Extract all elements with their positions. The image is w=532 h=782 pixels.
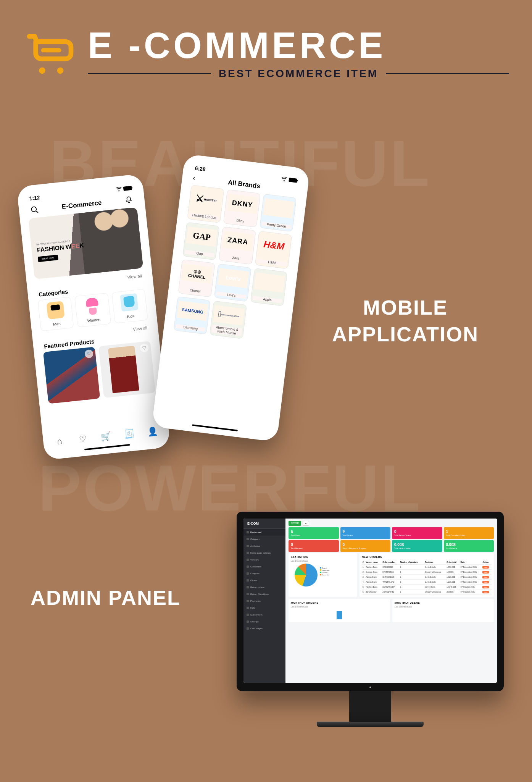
sidebar-item[interactable]: Settings	[243, 618, 285, 625]
brand-apple[interactable]: Apple	[250, 268, 288, 306]
cart-icon	[23, 27, 76, 80]
monthly-users-panel: MONTHLY USERS Last 6 Months Sales	[392, 599, 494, 622]
stat-card[interactable]: 0Payout Request in Progress	[340, 540, 391, 552]
sidebar-item[interactable]: Coupons	[243, 570, 285, 577]
doc-icon[interactable]: 🧾	[124, 429, 135, 440]
product-card[interactable]: ♡	[98, 341, 155, 398]
sidebar-item[interactable]: Attributes	[243, 543, 285, 549]
table-row[interactable]: 6Zara FashionASHGEYFBD1Gregory Villanuev…	[362, 590, 492, 595]
divider	[386, 73, 509, 74]
brand-abercrombie[interactable]: 𓃶Abercrombie &FitchAbercrombie & Fitch M…	[210, 301, 247, 339]
stat-card[interactable]: 9Total Orders	[340, 527, 391, 539]
stat-card[interactable]: 5Total Users	[289, 527, 339, 539]
profile-icon[interactable]: 👤	[147, 426, 158, 437]
admin-sidebar: E-COM DashboardCategoryAttributesHome pa…	[243, 519, 285, 683]
brand-hackett[interactable]: ⚔HACKETTHackett London	[187, 185, 224, 223]
sidebar-item[interactable]: CMS Pages	[243, 625, 285, 632]
time: 1:12	[29, 194, 40, 202]
svg-line-4	[36, 210, 38, 213]
shop-now-button[interactable]: SHOP NOW	[38, 255, 58, 262]
bar	[337, 611, 342, 619]
category-men[interactable]: Men	[38, 297, 74, 331]
category-women[interactable]: Women	[74, 293, 111, 328]
sidebar-item[interactable]: Dashboard	[243, 529, 285, 536]
sidebar-item[interactable]: Customers	[243, 563, 285, 570]
brand-samsung[interactable]: SAMSUNGSamsung	[173, 296, 211, 334]
stat-card[interactable]: 1Total Cancelled Orders	[444, 527, 494, 539]
brand-pretty-green[interactable]: Pretty Green	[260, 194, 297, 232]
svg-point-1	[39, 67, 45, 74]
panel-title: NEW ORDERS	[362, 556, 492, 558]
table-row[interactable]: 3Adidas StoreSNTCDKEDS1Curtis Estelle1,0…	[362, 575, 492, 580]
header: E -COMMERCE BEST ECOMMERCE ITEM	[0, 0, 532, 80]
sidebar-item[interactable]: Return orders	[243, 584, 285, 591]
app-title: E-Commerce	[61, 199, 102, 211]
chart-subtitle: Last 6 Months Sales	[395, 606, 492, 608]
sidebar-item[interactable]: Orders	[243, 577, 285, 584]
view-all-link[interactable]: View all	[133, 325, 148, 331]
brand-chanel[interactable]: ◎◎CHANELChanel	[178, 259, 215, 297]
subtitle: BEST ECOMMERCE ITEM	[219, 68, 378, 80]
pie-chart	[295, 564, 318, 586]
heart-icon[interactable]: ♡	[84, 349, 94, 359]
table-row[interactable]: 4Adidas Store7HF25RLEF21Curtis Estelle1,…	[362, 580, 492, 585]
statistics-panel: STATISTICS Last 6 Months Sales AugustSep…	[289, 553, 357, 597]
panel-title: STATISTICS	[291, 556, 355, 558]
svg-point-2	[57, 67, 64, 74]
time: 6:28	[195, 165, 206, 172]
stat-card[interactable]: 0Total Reviews	[289, 540, 339, 552]
new-orders-panel: NEW ORDERS #Vendor nameOrder numberNumbe…	[360, 553, 494, 597]
sidebar-item[interactable]: Payments	[243, 598, 285, 604]
table-row[interactable]: 1Fashion BossORD3030661Curtis Estelle1,9…	[362, 565, 492, 570]
panel-title: MONTHLY USERS	[395, 601, 492, 604]
sidebar-item[interactable]: Home page settings	[243, 549, 285, 556]
sidebar-item[interactable]: Help	[243, 604, 285, 611]
brand-dkny[interactable]: DKNYDkny	[223, 189, 261, 228]
section-label-mobile: MOBILE APPLICATION	[332, 294, 479, 347]
heart-icon[interactable]: ♡	[77, 433, 89, 444]
dropdown[interactable]: ▾	[303, 521, 309, 526]
panel-title: MONTHLY ORDERS	[291, 601, 388, 604]
stat-card[interactable]: 0.00$Your balance	[444, 540, 494, 552]
divider	[88, 73, 211, 74]
sidebar-item[interactable]: Category	[243, 536, 285, 543]
home-icon[interactable]: ⌂	[54, 436, 65, 447]
monthly-orders-panel: MONTHLY ORDERS Last 6 Months Sales	[289, 599, 390, 622]
category-kids[interactable]: Kids	[111, 289, 148, 324]
battery-icon	[289, 178, 297, 183]
label: APPLICATION	[332, 321, 479, 347]
banner[interactable]: BROWSE ALL POPULAR STYLE FASHION WEEK SH…	[28, 207, 143, 280]
page-title: E -COMMERCE	[88, 27, 509, 64]
stat-card[interactable]: 0Total Return Orders	[392, 527, 442, 539]
brand-zara[interactable]: ZARAZara	[219, 226, 256, 265]
battery-icon	[123, 186, 132, 191]
monitor: E-COM DashboardCategoryAttributesHome pa…	[237, 512, 504, 727]
sidebar-item[interactable]: Subscribers	[243, 611, 285, 618]
admin-brand: E-COM	[243, 519, 285, 529]
wifi-icon	[281, 176, 287, 182]
home-indicator	[192, 424, 238, 431]
label: MOBILE	[332, 294, 479, 321]
sidebar-item[interactable]: Return Conditions	[243, 591, 285, 598]
cart-icon[interactable]: 🛒	[101, 431, 112, 442]
savings-badge[interactable]: Savings	[289, 521, 301, 526]
search-icon[interactable]	[30, 205, 39, 214]
bell-icon[interactable]	[124, 196, 133, 205]
sidebar-item[interactable]: Vendors	[243, 556, 285, 563]
orders-table: #Vendor nameOrder numberNumber of produc…	[362, 560, 492, 595]
view-all-link[interactable]: View all	[127, 273, 142, 280]
brand-levis[interactable]: Levi'sLevi's	[214, 263, 251, 302]
chart-subtitle: Last 6 Months Sales	[291, 560, 355, 562]
stat-card[interactable]: 0.00$Total value of sales	[392, 540, 442, 552]
wifi-icon	[116, 186, 122, 192]
table-row[interactable]: 5Fashion BossSDNCHNODP1Garrett Sells12,3…	[362, 585, 492, 590]
table-row[interactable]: 2Duncan StoreHRITBNRJIS1Gregory Villanue…	[362, 570, 492, 575]
phone-left: 1:12 E-Commerce BROWSE ALL POPULAR STYLE…	[16, 174, 170, 460]
heart-icon[interactable]: ♡	[140, 343, 149, 352]
product-card[interactable]: ♡	[43, 347, 100, 404]
section-label-admin: ADMIN PANEL	[31, 584, 181, 611]
chart-subtitle: Last 6 Months Sales	[291, 606, 388, 608]
brand-hm[interactable]: H&MH&M	[255, 231, 292, 269]
brand-gap[interactable]: GAPGap	[182, 222, 220, 260]
